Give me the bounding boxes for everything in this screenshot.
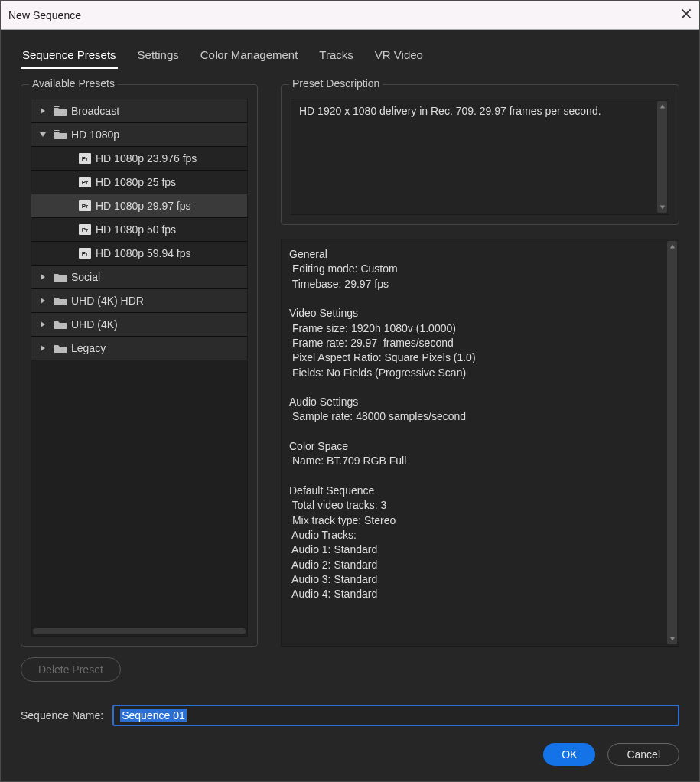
tab-bar: Sequence Presets Settings Color Manageme… — [21, 47, 679, 77]
preset-item-selected[interactable]: Pr HD 1080p 29.97 fps — [31, 194, 247, 218]
preset-folder-social[interactable]: Social — [31, 266, 247, 289]
chevron-down-icon — [36, 131, 50, 138]
preset-description-label: Preset Description — [289, 77, 383, 90]
cancel-button[interactable]: Cancel — [607, 743, 679, 766]
folder-icon — [54, 106, 67, 116]
preset-folder-uhd4k[interactable]: UHD (4K) — [31, 313, 247, 337]
presets-tree[interactable]: Broadcast HD 1080p Pr HD 1080p 23.976 fp… — [31, 99, 248, 637]
chevron-right-icon — [36, 297, 50, 305]
folder-icon — [54, 319, 67, 330]
tab-color-management[interactable]: Color Management — [199, 47, 300, 69]
tab-settings[interactable]: Settings — [136, 47, 181, 69]
titlebar: New Sequence — [1, 1, 699, 30]
preset-icon: Pr — [79, 224, 91, 235]
preset-folder-uhd4khdr[interactable]: UHD (4K) HDR — [31, 289, 247, 313]
preset-item[interactable]: Pr HD 1080p 59.94 fps — [31, 242, 247, 266]
details-text: General Editing mode: Custom Timebase: 2… — [282, 239, 679, 610]
preset-item-label: HD 1080p 25 fps — [96, 176, 176, 188]
description-text: HD 1920 x 1080 delivery in Rec. 709. 29.… — [291, 99, 669, 123]
preset-item[interactable]: Pr HD 1080p 50 fps — [31, 218, 247, 242]
vertical-scrollbar[interactable] — [657, 101, 667, 213]
delete-preset-button[interactable]: Delete Preset — [21, 657, 121, 682]
new-sequence-dialog: New Sequence Sequence Presets Settings C… — [0, 0, 700, 782]
folder-label: UHD (4K) — [71, 318, 118, 331]
preset-item-label: HD 1080p 50 fps — [96, 223, 176, 236]
folder-label: Social — [71, 271, 100, 283]
preset-icon: Pr — [79, 153, 91, 164]
tab-vr-video[interactable]: VR Video — [373, 47, 425, 69]
folder-label: UHD (4K) HDR — [71, 295, 144, 307]
chevron-right-icon — [36, 344, 50, 352]
preset-folder-legacy[interactable]: Legacy — [31, 337, 247, 360]
details-box: General Editing mode: Custom Timebase: 2… — [281, 239, 679, 647]
chevron-right-icon — [36, 107, 50, 115]
preset-folder-broadcast[interactable]: Broadcast — [31, 99, 247, 123]
available-presets-label: Available Presets — [29, 77, 118, 90]
scroll-up-icon[interactable] — [667, 241, 677, 252]
folder-label: Broadcast — [71, 105, 119, 117]
scroll-up-icon[interactable] — [657, 101, 667, 112]
sequence-name-input[interactable]: Sequence 01 — [112, 705, 679, 726]
preset-icon: Pr — [79, 177, 91, 187]
folder-label: Legacy — [71, 342, 106, 354]
vertical-scrollbar[interactable] — [667, 241, 677, 644]
horizontal-scrollbar[interactable] — [33, 628, 246, 634]
description-box: HD 1920 x 1080 delivery in Rec. 709. 29.… — [291, 99, 669, 215]
folder-icon — [54, 129, 67, 140]
tab-sequence-presets[interactable]: Sequence Presets — [21, 47, 118, 69]
tab-tracks[interactable]: Tracks — [317, 47, 354, 69]
close-icon[interactable] — [681, 8, 692, 21]
chevron-right-icon — [36, 273, 50, 281]
window-title: New Sequence — [8, 9, 81, 21]
preset-icon: Pr — [79, 248, 91, 259]
folder-icon — [54, 343, 67, 354]
preset-item[interactable]: Pr HD 1080p 23.976 fps — [31, 147, 247, 171]
preset-item-label: HD 1080p 23.976 fps — [96, 152, 197, 165]
sequence-name-value: Sequence 01 — [120, 709, 187, 722]
preset-description-panel: Preset Description HD 1920 x 1080 delive… — [281, 84, 679, 225]
sequence-name-label: Sequence Name: — [21, 709, 103, 722]
scroll-down-icon[interactable] — [657, 202, 667, 213]
folder-icon — [54, 295, 67, 306]
ok-button[interactable]: OK — [543, 743, 595, 766]
scroll-down-icon[interactable] — [667, 634, 677, 644]
folder-label: HD 1080p — [71, 129, 119, 141]
folder-icon — [54, 272, 67, 282]
chevron-right-icon — [36, 321, 50, 328]
preset-icon: Pr — [79, 200, 91, 211]
preset-item[interactable]: Pr HD 1080p 25 fps — [31, 171, 247, 194]
preset-folder-hd1080p[interactable]: HD 1080p — [31, 123, 247, 147]
preset-item-label: HD 1080p 59.94 fps — [96, 247, 191, 259]
preset-item-label: HD 1080p 29.97 fps — [96, 200, 191, 212]
available-presets-panel: Available Presets Broadcast — [21, 84, 258, 647]
